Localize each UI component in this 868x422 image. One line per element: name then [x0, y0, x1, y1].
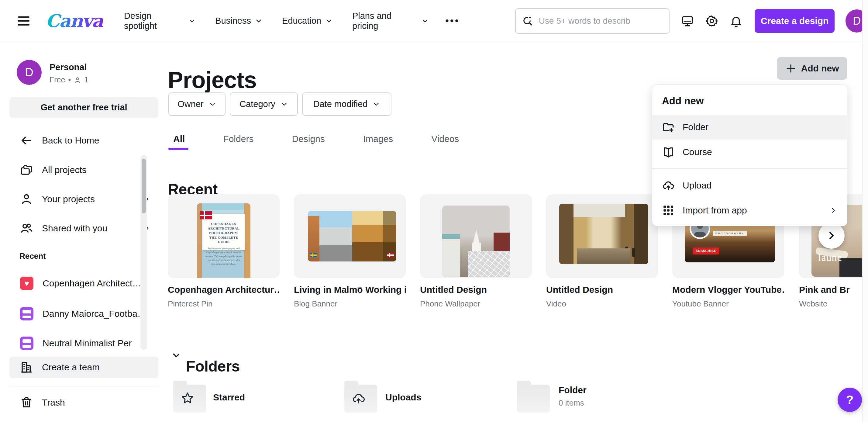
canva-logo[interactable]: Canva — [46, 12, 103, 30]
recent-folder-neutral[interactable]: Neutral Minimalist Per — [9, 331, 158, 355]
nav-design-spotlight[interactable]: Design spotlight — [124, 11, 196, 31]
tab-folders[interactable]: Folders — [218, 131, 259, 147]
help-button[interactable]: ? — [838, 388, 862, 412]
nav-education[interactable]: Education — [282, 16, 333, 26]
sidebar-item-your-projects[interactable]: Your projects — [9, 187, 158, 211]
design-title[interactable]: Untitled Design — [420, 284, 532, 295]
print-badge-icon — [20, 307, 33, 321]
gear-icon[interactable] — [705, 14, 718, 27]
design-title[interactable]: Copenhagen Architectur… — [168, 284, 280, 295]
chevron-down-icon — [209, 100, 216, 108]
folder-plus-icon — [662, 121, 675, 133]
nav-business[interactable]: Business — [215, 16, 262, 26]
account-switcher[interactable]: D Personal Free• 1 — [17, 60, 88, 85]
book-icon — [662, 146, 675, 158]
menu-divider — [652, 168, 847, 169]
pin-heading: COPENHAGEN ARCHITECTURAL PHOTOGRAPHY: TH… — [206, 222, 242, 244]
folder-starred[interactable] — [173, 385, 206, 413]
swedish-flag — [310, 253, 317, 257]
design-title[interactable]: Living in Malmö Working i… — [294, 284, 406, 295]
folder-name[interactable]: Folder — [559, 385, 587, 395]
filter-date-modified[interactable]: Date modified — [302, 92, 392, 116]
design-type: Blog Banner — [294, 299, 337, 309]
sidebar-item-trash[interactable]: Trash — [9, 391, 158, 414]
canva-projects-page: Canva Design spotlight Business Educatio… — [0, 0, 868, 422]
bell-icon[interactable] — [730, 14, 742, 27]
pin-body-text: Architectural photography and Copenhagen… — [206, 247, 242, 266]
cloud-upload-icon — [662, 179, 675, 192]
filter-owner[interactable]: Owner — [168, 92, 225, 116]
sidebar-scrollbar-thumb[interactable] — [142, 159, 146, 213]
design-card-video[interactable] — [546, 194, 658, 278]
menu-item-course[interactable]: Course — [652, 140, 847, 164]
tab-designs[interactable]: Designs — [286, 131, 330, 147]
search-bar[interactable] — [515, 8, 670, 34]
create-team-button[interactable]: Create a team — [9, 357, 158, 378]
star-icon — [181, 391, 194, 405]
design-card-blog-banner[interactable] — [294, 194, 406, 278]
filter-category[interactable]: Category — [230, 92, 298, 116]
search-input[interactable] — [538, 16, 663, 26]
person-icon — [20, 193, 33, 206]
sidebar-item-all-projects[interactable]: All projects — [9, 158, 158, 182]
people-icon — [20, 222, 33, 235]
design-type: Video — [546, 299, 566, 309]
menu-item-folder[interactable]: Folder — [652, 115, 847, 140]
sidebar: D Personal Free• 1 Get another free tria… — [0, 42, 168, 422]
design-thumbnail — [308, 211, 396, 262]
free-trial-button[interactable]: Get another free trial — [9, 97, 158, 118]
add-new-button[interactable]: Add new — [777, 57, 847, 80]
recent-folder-copenhagen[interactable]: Copenhagen Architect… — [9, 272, 158, 295]
channel-tag-text: PHOTOGRAPHY — [713, 231, 747, 236]
chevron-down-icon — [325, 17, 333, 25]
cloud-upload-icon — [352, 391, 366, 405]
content-tabs: All Folders Designs Images Videos — [168, 131, 464, 147]
design-type: Website — [799, 299, 827, 309]
design-thumbnail: COPENHAGEN ARCHITECTURAL PHOTOGRAPHY: TH… — [197, 203, 250, 278]
account-plan: Free• 1 — [50, 76, 88, 84]
chevron-down-icon — [188, 17, 196, 25]
apps-grid-icon — [662, 204, 675, 217]
building-sign-text: HYTTEFADET — [197, 260, 250, 263]
danish-flag — [200, 211, 212, 219]
design-card-phone-wallpaper[interactable] — [420, 194, 532, 278]
recent-folder-danny[interactable]: Danny Maiorca_Footba… — [9, 302, 158, 326]
chevron-down-icon — [421, 17, 429, 25]
more-icon[interactable]: ••• — [445, 15, 460, 27]
subscribe-badge: SUBSCRIBE — [693, 247, 719, 254]
chevron-down-icon — [255, 17, 262, 25]
folder-name[interactable]: Uploads — [385, 392, 421, 402]
chevron-right-icon — [826, 230, 838, 242]
tab-videos[interactable]: Videos — [426, 131, 464, 147]
design-title[interactable]: Untitled Design — [546, 284, 658, 295]
menu-item-upload[interactable]: Upload — [652, 173, 847, 198]
design-title[interactable]: Pink and Br — [799, 284, 868, 295]
folder-name[interactable]: Starred — [213, 392, 245, 402]
bottom-fade — [168, 412, 863, 422]
account-name: Personal — [50, 62, 88, 72]
design-thumbnail — [559, 204, 648, 264]
devices-icon[interactable] — [681, 14, 694, 27]
tab-all[interactable]: All — [168, 131, 190, 147]
folder-uploads[interactable] — [344, 385, 377, 413]
person-icon — [74, 76, 81, 84]
design-type: Pinterest Pin — [168, 299, 212, 309]
sidebar-item-shared-with-you[interactable]: Shared with you — [9, 216, 158, 240]
back-to-home[interactable]: Back to Home — [9, 129, 158, 152]
design-title[interactable]: Modern Vlogger YouTube… — [672, 284, 784, 295]
page-scrollbar[interactable] — [862, 0, 868, 422]
create-design-button[interactable]: Create a design — [755, 9, 835, 33]
folder-generic[interactable] — [517, 385, 550, 413]
recent-section-label: Recent — [20, 251, 46, 261]
nav-plans-pricing[interactable]: Plans and pricing — [352, 11, 429, 31]
design-card-pinterest[interactable]: COPENHAGEN ARCHITECTURAL PHOTOGRAPHY: TH… — [168, 194, 280, 278]
menu-icon[interactable] — [18, 17, 29, 26]
menu-item-import-from-app[interactable]: Import from app — [652, 198, 847, 223]
map-graphic — [468, 251, 510, 277]
tab-images[interactable]: Images — [358, 131, 398, 147]
menu-title: Add new — [652, 85, 847, 115]
collapse-folders-icon[interactable] — [171, 350, 181, 361]
chevron-right-icon — [829, 206, 837, 214]
carousel-next-button[interactable] — [818, 222, 845, 249]
add-new-menu: Add new Folder Course Upload Import from… — [652, 85, 847, 226]
